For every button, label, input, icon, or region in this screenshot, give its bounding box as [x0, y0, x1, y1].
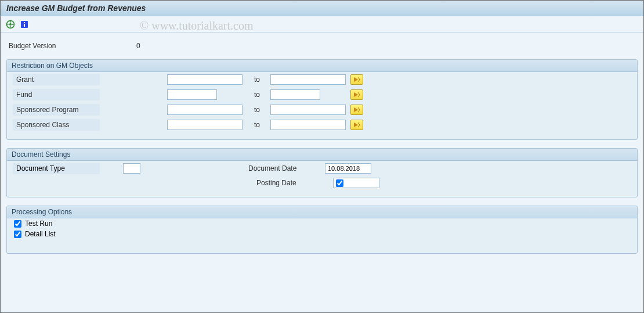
fund-to-input[interactable] [270, 89, 320, 100]
budget-version-row: Budget Version 0 [6, 37, 638, 59]
fund-from-input[interactable] [167, 89, 217, 100]
svg-rect-7 [24, 22, 25, 23]
execute-icon[interactable] [5, 19, 16, 30]
sponsored-program-multiselect-button[interactable] [350, 105, 363, 115]
detail-list-checkbox[interactable] [14, 231, 21, 238]
window-title: Increase GM Budget from Revenues [1, 1, 643, 16]
fund-to-label: to [243, 91, 270, 99]
budget-version-label: Budget Version [9, 42, 136, 50]
group-restriction-title: Restriction on GM Objects [7, 60, 637, 72]
posting-date-label: Posting Date [256, 179, 333, 187]
posting-date-checkbox[interactable] [336, 179, 343, 187]
sponsored-class-to-input[interactable] [270, 120, 346, 130]
group-restriction: Restriction on GM Objects Grant to Fund … [6, 59, 638, 140]
posting-date-field[interactable] [333, 178, 379, 188]
row-sponsored-class: Sponsored Class to [7, 117, 637, 132]
document-type-input[interactable] [123, 163, 140, 174]
sponsored-class-label: Sponsored Class [13, 119, 100, 131]
info-icon[interactable] [19, 19, 30, 30]
row-fund: Fund to [7, 87, 637, 102]
content-area: Budget Version 0 Restriction on GM Objec… [1, 33, 643, 313]
group-document-settings: Document Settings Document Type Document… [6, 148, 638, 197]
sponsored-class-to-label: to [243, 121, 270, 129]
row-sponsored-program: Sponsored Program to [7, 102, 637, 117]
svg-point-1 [9, 23, 12, 26]
test-run-label: Test Run [25, 220, 52, 228]
sponsored-class-multiselect-button[interactable] [350, 120, 363, 130]
fund-label: Fund [13, 89, 100, 100]
window-title-text: Increase GM Budget from Revenues [6, 3, 146, 13]
svg-rect-8 [24, 24, 25, 27]
fund-multiselect-button[interactable] [350, 89, 363, 100]
document-date-label: Document Date [248, 164, 325, 172]
row-document-type: Document Type Document Date [7, 161, 637, 176]
sponsored-program-label: Sponsored Program [13, 104, 100, 116]
grant-to-label: to [243, 75, 270, 84]
group-document-settings-title: Document Settings [7, 149, 637, 161]
row-posting-date: Posting Date [7, 176, 637, 190]
grant-from-input[interactable] [167, 74, 243, 85]
sponsored-program-from-input[interactable] [167, 105, 243, 115]
row-grant: Grant to [7, 72, 637, 87]
grant-to-input[interactable] [270, 74, 346, 85]
sponsored-program-to-input[interactable] [270, 105, 346, 115]
row-test-run: Test Run [7, 218, 637, 229]
grant-label: Grant [13, 74, 100, 85]
sponsored-program-to-label: to [243, 106, 270, 114]
group-processing-options-title: Processing Options [7, 206, 637, 218]
document-type-label: Document Type [13, 163, 100, 174]
detail-list-label: Detail List [25, 230, 56, 238]
group-processing-options: Processing Options Test Run Detail List [6, 206, 638, 254]
grant-multiselect-button[interactable] [350, 74, 363, 85]
toolbar [1, 16, 643, 33]
document-date-input[interactable] [325, 163, 371, 174]
row-detail-list: Detail List [7, 229, 637, 239]
test-run-checkbox[interactable] [14, 220, 21, 228]
budget-version-value: 0 [136, 42, 171, 50]
sponsored-class-from-input[interactable] [167, 120, 243, 130]
